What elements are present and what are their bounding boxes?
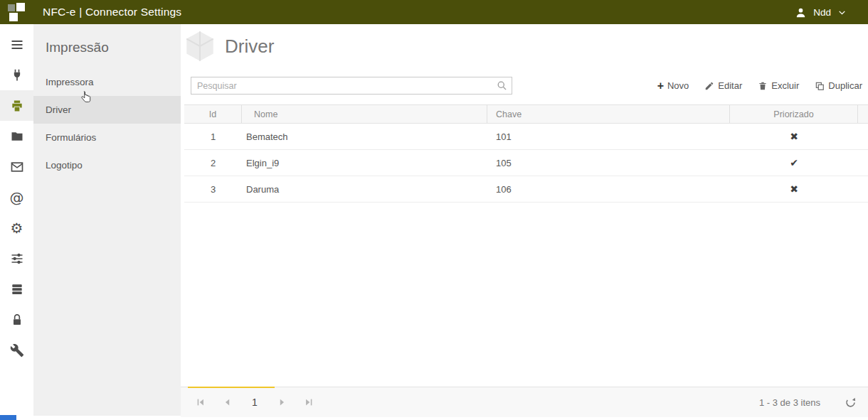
- background-window-edge: [0, 415, 16, 420]
- not-prioritized-icon: ✖: [730, 183, 858, 195]
- page-title: Driver: [181, 24, 868, 58]
- action-buttons: + Novo Editar Excluir Duplicar: [657, 80, 862, 92]
- new-button[interactable]: + Novo: [657, 80, 689, 92]
- search-box: [191, 77, 512, 95]
- column-header-nome[interactable]: Nome: [242, 105, 487, 123]
- duplicate-button-label: Duplicar: [828, 80, 862, 91]
- rail-item-plug[interactable]: [0, 60, 33, 90]
- app-title: NFC-e | Connector Settings: [43, 6, 181, 18]
- rail-item-security[interactable]: [0, 304, 33, 335]
- plug-icon: [10, 68, 24, 82]
- user-menu[interactable]: Ndd: [795, 6, 847, 18]
- next-page-button[interactable]: [272, 393, 291, 411]
- refresh-button[interactable]: [845, 397, 857, 409]
- gear-icon: ⚙: [11, 221, 23, 235]
- rail-item-database[interactable]: [0, 274, 33, 304]
- column-header-priorizado[interactable]: Priorizado: [730, 105, 858, 123]
- table-row[interactable]: 3 Daruma 106 ✖: [184, 176, 868, 203]
- at-sign-icon: @: [10, 190, 24, 205]
- pager: 1 1 - 3 de 3 itens: [181, 387, 868, 417]
- pager-accent-bar: [188, 387, 275, 388]
- menu-icon: [10, 38, 24, 52]
- next-page-icon: [277, 397, 287, 407]
- topbar: NFC-e | Connector Settings Ndd: [0, 0, 868, 24]
- cell-id: 2: [184, 158, 242, 168]
- sidebar-item-formularios[interactable]: Formulários: [33, 124, 181, 151]
- last-page-button[interactable]: [300, 393, 318, 411]
- search-icon: [497, 80, 507, 91]
- data-grid: Id Nome Chave Priorizado 1 Bematech 101 …: [184, 104, 868, 203]
- cell-id: 1: [184, 131, 242, 142]
- cell-nome: Elgin_i9: [242, 158, 487, 168]
- app-window: NFC-e | Connector Settings Ndd @ ⚙: [0, 0, 868, 420]
- edit-icon: [704, 81, 714, 91]
- cell-id: 3: [184, 184, 242, 195]
- previous-page-button[interactable]: [218, 393, 237, 411]
- sliders-icon: [10, 252, 24, 266]
- sidebar-item-driver[interactable]: Driver: [33, 96, 181, 124]
- user-name: Ndd: [813, 7, 831, 18]
- last-page-icon: [304, 397, 314, 407]
- rail-item-settings[interactable]: ⚙: [0, 212, 33, 243]
- first-page-icon: [196, 397, 206, 407]
- cell-chave: 106: [487, 184, 730, 195]
- cell-nome: Bematech: [242, 131, 487, 142]
- column-header-spacer: [858, 105, 868, 123]
- sidebar-title: Impressão: [33, 24, 181, 68]
- column-header-id[interactable]: Id: [184, 105, 242, 123]
- grid-header-row: Id Nome Chave Priorizado: [184, 104, 868, 124]
- rail-item-tools[interactable]: [0, 335, 33, 365]
- first-page-button[interactable]: [191, 393, 210, 411]
- table-row[interactable]: 1 Bematech 101 ✖: [184, 124, 868, 150]
- edit-button[interactable]: Editar: [704, 80, 742, 91]
- icon-rail: @ ⚙: [0, 24, 33, 416]
- printer-icon: [10, 99, 24, 113]
- delete-button[interactable]: Excluir: [758, 80, 799, 91]
- cube-icon: [182, 28, 218, 64]
- cell-chave: 101: [487, 131, 730, 142]
- user-icon: [795, 6, 807, 18]
- rail-item-mail[interactable]: [0, 151, 33, 182]
- page-header: Driver: [181, 24, 868, 65]
- grid-toolbar: + Novo Editar Excluir Duplicar: [191, 77, 862, 95]
- cell-chave: 105: [487, 158, 730, 168]
- rail-item-preferences[interactable]: [0, 243, 33, 274]
- menu-toggle-button[interactable]: [0, 29, 33, 60]
- edit-button-label: Editar: [718, 80, 742, 91]
- delete-button-label: Excluir: [771, 80, 799, 91]
- not-prioritized-icon: ✖: [730, 131, 858, 142]
- sidebar-item-logotipo[interactable]: Logotipo: [33, 151, 181, 179]
- pager-info: 1 - 3 de 3 itens: [759, 397, 820, 408]
- refresh-icon: [845, 397, 857, 409]
- lock-icon: [10, 313, 24, 327]
- table-row[interactable]: 2 Elgin_i9 105 ✔: [184, 150, 868, 176]
- copy-icon: [815, 81, 825, 91]
- duplicate-button[interactable]: Duplicar: [815, 80, 862, 91]
- mail-icon: [10, 160, 24, 174]
- layers-icon: [10, 282, 24, 296]
- main-content: Driver + Novo Editar Excluir: [181, 24, 868, 420]
- wrench-icon: [10, 343, 24, 357]
- new-button-label: Novo: [667, 80, 689, 91]
- previous-page-icon: [223, 397, 233, 407]
- rail-item-files[interactable]: [0, 121, 33, 151]
- folder-icon: [10, 129, 24, 144]
- rail-item-print[interactable]: [0, 90, 33, 121]
- plus-icon: +: [657, 80, 664, 92]
- cell-nome: Daruma: [242, 184, 487, 195]
- sidebar: Impressão Impressora Driver Formulários …: [33, 24, 181, 416]
- app-logo: [7, 3, 26, 21]
- sidebar-item-impressora[interactable]: Impressora: [33, 68, 181, 96]
- trash-icon: [758, 81, 768, 91]
- column-header-chave[interactable]: Chave: [487, 105, 730, 123]
- page-number-button[interactable]: 1: [245, 393, 264, 411]
- chevron-down-icon: [837, 8, 847, 17]
- prioritized-check-icon: ✔: [730, 157, 858, 168]
- search-input[interactable]: [191, 77, 512, 95]
- rail-item-email-settings[interactable]: @: [0, 182, 33, 212]
